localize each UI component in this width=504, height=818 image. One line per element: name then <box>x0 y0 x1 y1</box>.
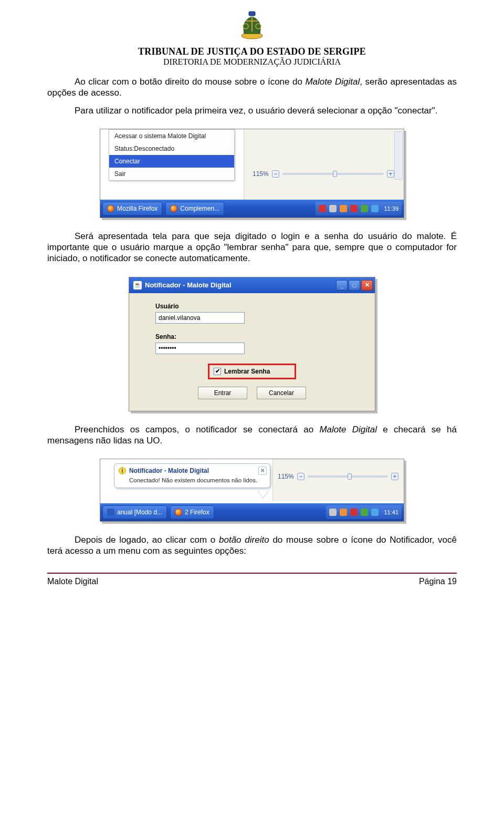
info-icon: i <box>119 467 126 474</box>
menu-item-status: Status:Desconectado <box>109 142 234 155</box>
menu-item-connect[interactable]: Conectar <box>109 155 234 168</box>
balloon-title: Notificador - Malote Digital <box>129 467 209 474</box>
zoom-slider[interactable] <box>282 173 384 175</box>
scrollbar[interactable] <box>394 131 403 180</box>
menu-item-exit[interactable]: Sair <box>109 168 234 180</box>
remember-label: Lembrar Senha <box>224 368 270 375</box>
firefox-icon <box>107 205 114 212</box>
balloon-body: Conectado! Não existem documentos não li… <box>114 476 270 488</box>
zoom-slider[interactable] <box>308 475 388 478</box>
header-subtitle: DIRETORIA DE MODERNIZAÇÃO JUDICIÁRIA <box>47 57 457 67</box>
menu-item-access-system[interactable]: Acessar o sistema Malote Digital <box>109 130 234 142</box>
tray-ati-icon[interactable] <box>350 509 358 516</box>
close-button[interactable]: ✕ <box>361 280 373 291</box>
zoom-value: 115% <box>278 473 294 480</box>
window-title-bar[interactable]: ☕ Notificador - Malote Digital _ □ ✕ <box>129 277 375 293</box>
maximize-button[interactable]: □ <box>349 280 360 291</box>
header-title: TRIBUNAL DE JUSTIÇA DO ESTADO DE SERGIPE <box>47 46 457 57</box>
balloon-tail <box>258 491 268 498</box>
taskbar-label: Mozilla Firefox <box>117 205 158 212</box>
word-icon <box>107 509 114 516</box>
zoom-out-button[interactable]: − <box>297 473 304 480</box>
minimize-button[interactable]: _ <box>336 280 348 291</box>
cancel-button[interactable]: Cancelar <box>257 387 306 399</box>
balloon-close-button[interactable]: ✕ <box>258 467 267 475</box>
paragraph-4: Preenchidos os campos, o notificador se … <box>47 424 457 447</box>
tray-ati-icon[interactable] <box>350 205 358 212</box>
taskbar-label: 2 Firefox <box>185 509 209 516</box>
system-tray[interactable]: 11:39 <box>316 202 402 215</box>
footer-right: Página 19 <box>419 577 457 586</box>
paragraph-2: Para utilizar o notificador pela primeir… <box>47 105 457 116</box>
tray-icon[interactable] <box>371 509 379 516</box>
window-title: Notificador - Malote Digital <box>145 281 232 289</box>
tray-icon[interactable] <box>329 205 337 212</box>
text: Preenchidos os campos, o notificador se … <box>75 424 319 434</box>
taskbar-button-firefox[interactable]: 2 Firefox <box>170 505 214 519</box>
zoom-value: 115% <box>253 170 269 178</box>
tray-icon[interactable] <box>361 509 368 516</box>
text: Depois de logado, ao clicar com o <box>75 535 219 545</box>
text-italic: Malote Digital <box>319 424 377 434</box>
page-footer: Malote Digital Página 19 <box>47 573 457 586</box>
remember-checkbox[interactable]: ✔ <box>214 368 221 375</box>
tray-icon[interactable] <box>371 205 379 212</box>
remember-password-box[interactable]: ✔ Lembrar Senha <box>208 364 296 379</box>
screenshot-login-dialog: ☕ Notificador - Malote Digital _ □ ✕ Usu… <box>129 277 375 411</box>
taskbar-button-manual[interactable]: anual [Modo d... <box>102 505 167 519</box>
svg-rect-3 <box>249 12 255 16</box>
label-password: Senha: <box>155 333 349 340</box>
logo <box>47 11 457 43</box>
screenshot-tooltip: 115% − + i Notificador - Malote Digital … <box>100 459 404 522</box>
tray-icon[interactable] <box>361 205 368 212</box>
context-menu[interactable]: Acessar o sistema Malote Digital Status:… <box>109 129 235 181</box>
tray-icon[interactable] <box>329 509 337 516</box>
paragraph-1: Ao clicar com o botão direito do mouse s… <box>47 76 457 99</box>
label-user: Usuário <box>155 303 349 310</box>
zoom-in-button[interactable]: + <box>387 170 394 178</box>
text-italic: Malote Digital <box>305 77 360 87</box>
zoom-in-button[interactable]: + <box>391 473 398 480</box>
password-input[interactable] <box>155 343 245 354</box>
zoom-control[interactable]: 115% − + <box>278 473 398 480</box>
tray-icon[interactable] <box>319 205 326 212</box>
java-icon: ☕ <box>133 281 142 289</box>
taskbar-label: Complemen... <box>180 205 219 212</box>
zoom-out-button[interactable]: − <box>272 170 279 178</box>
clock: 11:39 <box>382 205 398 212</box>
paragraph-3: Será apresentada tela para que seja digi… <box>47 231 457 264</box>
clock: 11:41 <box>382 509 398 515</box>
taskbar-label: anual [Modo d... <box>117 509 162 516</box>
tray-icon[interactable] <box>340 509 347 516</box>
system-tray[interactable]: 11:41 <box>326 505 402 519</box>
taskbar: Mozilla Firefox Complemen... 11:39 <box>100 200 404 218</box>
screenshot-context-menu: 115% − + Acessar o sistema Malote Digita… <box>100 129 404 218</box>
notification-balloon[interactable]: i Notificador - Malote Digital ✕ Conecta… <box>114 463 270 488</box>
editor-pane: 115% − + <box>272 459 404 501</box>
tray-icon[interactable] <box>340 205 347 212</box>
text-italic: botão direito <box>219 535 269 545</box>
paragraph-5: Depois de logado, ao clicar com o botão … <box>47 534 457 557</box>
taskbar-button-firefox[interactable]: Mozilla Firefox <box>102 202 162 215</box>
user-input[interactable] <box>155 312 245 324</box>
text: Ao clicar com o botão direito do mouse s… <box>75 77 305 87</box>
firefox-icon <box>170 205 177 212</box>
taskbar-button-complemen[interactable]: Complemen... <box>165 202 224 215</box>
footer-left: Malote Digital <box>47 577 98 586</box>
zoom-control[interactable]: 115% − + <box>253 167 394 181</box>
taskbar: anual [Modo d... 2 Firefox 11:41 <box>100 503 404 521</box>
enter-button[interactable]: Entrar <box>198 387 247 399</box>
firefox-icon <box>175 509 182 516</box>
